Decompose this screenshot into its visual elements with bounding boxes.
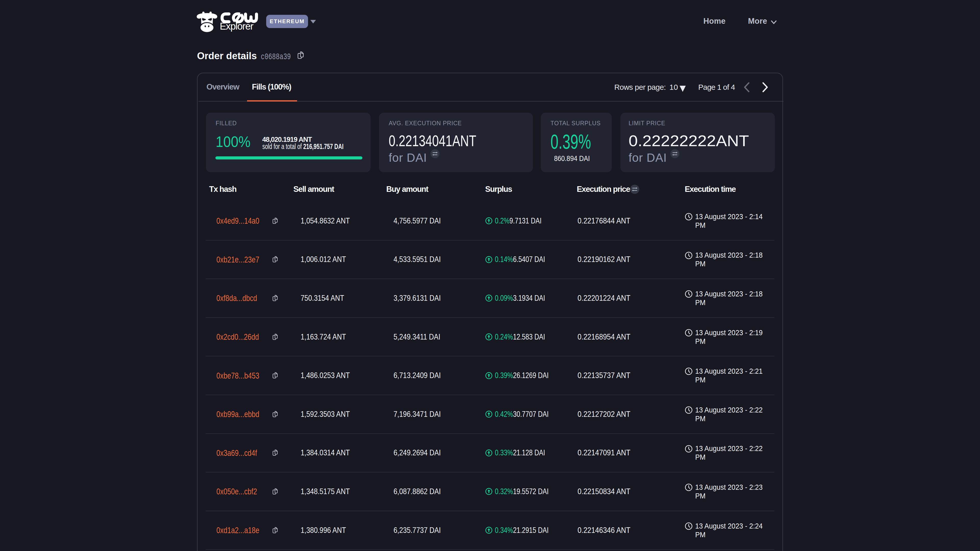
svg-text:Explorer: Explorer (221, 21, 254, 32)
